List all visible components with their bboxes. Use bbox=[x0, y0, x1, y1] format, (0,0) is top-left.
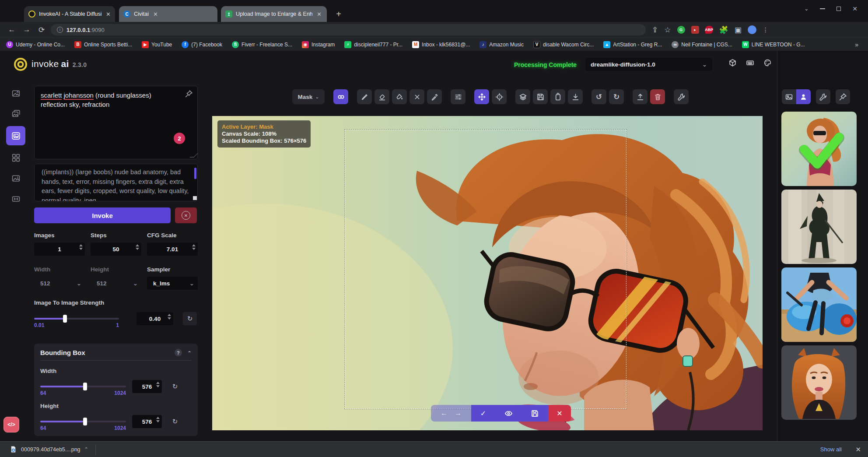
new-tab-button[interactable]: + bbox=[332, 8, 345, 20]
bookmark-amazon-music[interactable]: ♪Amazon Music bbox=[480, 41, 524, 48]
tab-close-icon[interactable]: ✕ bbox=[106, 11, 111, 18]
reset-bbox-height-icon[interactable]: ↻ bbox=[168, 415, 182, 428]
bounding-box-header[interactable]: Bounding Box ? ⌄ bbox=[40, 349, 192, 361]
model-manager-icon[interactable] bbox=[728, 59, 737, 67]
bookmark-artstation[interactable]: ▲ArtStation - Greg R... bbox=[603, 41, 662, 48]
undo-button[interactable]: ↺ bbox=[592, 89, 606, 104]
chevron-up-icon[interactable]: ⌃ bbox=[84, 446, 88, 452]
save-staging-icon[interactable] bbox=[531, 409, 539, 418]
browser-menu-icon[interactable]: ⋮ bbox=[763, 26, 769, 33]
grammarly-extension-icon[interactable]: G bbox=[677, 26, 685, 34]
canvas-stage[interactable]: Active Layer: Mask Canvas Scale: 108% Sc… bbox=[212, 116, 763, 430]
bookmark-udemy[interactable]: UUdemy - Online Co... bbox=[6, 41, 65, 48]
back-icon[interactable]: ← bbox=[4, 25, 19, 34]
hotkeys-icon[interactable] bbox=[746, 59, 754, 67]
clear-canvas-button[interactable] bbox=[650, 89, 665, 104]
stepper-arrows-icon[interactable] bbox=[79, 244, 83, 250]
accept-image-icon[interactable]: ✓ bbox=[480, 409, 486, 418]
tab-search-icon[interactable]: ⌄ bbox=[804, 6, 808, 12]
color-picker-button[interactable] bbox=[427, 89, 442, 104]
download-item[interactable]: 000979.40d74eb5....png ⌃ bbox=[10, 446, 88, 453]
toggle-console-button[interactable]: </> bbox=[4, 417, 19, 432]
show-all-link[interactable]: Show all bbox=[820, 446, 842, 453]
move-tool-button[interactable] bbox=[474, 89, 489, 104]
brush-options-button[interactable] bbox=[451, 89, 466, 104]
strength-input[interactable]: 0.40 bbox=[136, 312, 173, 325]
bookmark-webtoon[interactable]: WLINE WEBTOON - G... bbox=[742, 41, 805, 48]
tab-post-processing[interactable] bbox=[7, 170, 24, 186]
upload-image-button[interactable] bbox=[633, 89, 648, 104]
tab-close-icon[interactable]: ✕ bbox=[153, 11, 158, 18]
bbox-width-slider[interactable]: 64 1024 bbox=[40, 386, 126, 387]
bookmark-facebook[interactable]: f(7) Facebook bbox=[182, 41, 222, 48]
bookmark-discipleneil[interactable]: ⚡discipleneil777 - Pr... bbox=[344, 41, 402, 48]
extensions-puzzle-icon[interactable]: 🧩 bbox=[719, 25, 728, 35]
maximize-icon[interactable] bbox=[836, 7, 841, 11]
reset-view-button[interactable] bbox=[492, 89, 507, 104]
gallery-thumbnail-selected[interactable] bbox=[781, 112, 857, 186]
discard-image-icon[interactable]: ✕ bbox=[556, 409, 562, 418]
gallery-settings-button[interactable] bbox=[816, 89, 830, 104]
address-bar[interactable]: i 127.0.0.1:9090 bbox=[51, 24, 646, 35]
bookmark-youtube[interactable]: ▶YouTube bbox=[142, 41, 172, 48]
bookmark-neil-fontaine[interactable]: ∞Neil Fontaine | CGS... bbox=[672, 41, 732, 48]
model-select[interactable]: dreamlike-diffusion-1.0 ⌄ bbox=[585, 58, 712, 71]
slider-thumb[interactable] bbox=[63, 315, 67, 323]
canvas-settings-button[interactable] bbox=[674, 89, 689, 104]
side-panel-icon[interactable]: ▣ bbox=[735, 25, 742, 35]
browser-tab-upload[interactable]: ↥ Upload Image to Enlarge & Enha ✕ bbox=[221, 6, 327, 22]
bookmark-sports-betting[interactable]: BOnline Sports Betti... bbox=[74, 41, 132, 48]
tab-close-icon[interactable]: ✕ bbox=[317, 11, 322, 18]
strength-slider[interactable]: 0.01 1 bbox=[34, 318, 119, 320]
bbox-height-input[interactable]: 576 bbox=[132, 415, 162, 428]
profile-avatar[interactable] bbox=[748, 25, 756, 34]
reload-icon[interactable]: ⟳ bbox=[34, 25, 49, 35]
bookmark-wacom[interactable]: Vdisable Wacom Circ... bbox=[533, 41, 594, 48]
images-input[interactable]: 1 bbox=[34, 243, 85, 256]
copy-to-clipboard-button[interactable] bbox=[550, 89, 565, 104]
gallery-thumbnail[interactable] bbox=[781, 267, 857, 342]
invoke-button[interactable]: Invoke bbox=[34, 207, 171, 223]
slider-thumb[interactable] bbox=[83, 418, 87, 425]
site-info-icon[interactable]: i bbox=[57, 27, 63, 33]
layer-select[interactable]: Mask ⌄ bbox=[292, 89, 325, 104]
previous-image-icon[interactable]: ← bbox=[441, 409, 448, 417]
reset-bbox-width-icon[interactable]: ↻ bbox=[168, 380, 182, 393]
gallery-images-tab[interactable] bbox=[782, 89, 796, 104]
negative-prompt-input[interactable]: ((implants)) (large boobs) nude bad anat… bbox=[34, 164, 198, 201]
tab-text-to-image[interactable]: A bbox=[7, 85, 24, 102]
bookmark-instagram[interactable]: ◉Instagram bbox=[302, 41, 335, 48]
stepper-arrows-icon[interactable] bbox=[136, 244, 139, 250]
reset-strength-icon[interactable]: ↻ bbox=[183, 312, 197, 325]
stepper-arrows-icon[interactable] bbox=[168, 314, 171, 320]
sampler-select[interactable]: k_lms ⌄ bbox=[147, 277, 198, 290]
share-icon[interactable]: ⇪ bbox=[652, 25, 658, 35]
extension-red-icon[interactable]: ▸ bbox=[691, 26, 699, 34]
help-icon[interactable]: ? bbox=[175, 349, 182, 356]
resize-handle-icon[interactable] bbox=[189, 153, 198, 158]
save-to-gallery-button[interactable] bbox=[533, 89, 548, 104]
stepper-arrows-icon[interactable] bbox=[156, 417, 160, 422]
tab-image-to-image[interactable] bbox=[7, 105, 24, 122]
width-select[interactable]: 512 ⌄ bbox=[34, 277, 85, 290]
cancel-button[interactable]: ✕ bbox=[175, 207, 197, 223]
bookmark-star-icon[interactable]: ☆ bbox=[664, 25, 671, 35]
erase-bounding-box-button[interactable] bbox=[410, 89, 424, 104]
stepper-arrows-icon[interactable] bbox=[192, 244, 196, 250]
merge-layers-button[interactable] bbox=[515, 89, 530, 104]
mask-link-button[interactable] bbox=[333, 89, 348, 104]
resize-handle-icon[interactable] bbox=[193, 196, 197, 200]
browser-tab-invokeai[interactable]: InvokeAI - A Stable Diffusion Too ✕ bbox=[24, 6, 115, 22]
fill-bounding-box-button[interactable] bbox=[392, 89, 407, 104]
eraser-button[interactable] bbox=[374, 89, 389, 104]
tab-nodes[interactable] bbox=[7, 149, 24, 166]
minimize-icon[interactable] bbox=[820, 8, 825, 9]
gallery-thumbnail[interactable] bbox=[781, 190, 857, 264]
tab-unified-canvas[interactable] bbox=[6, 126, 25, 145]
pin-icon[interactable] bbox=[185, 90, 193, 98]
gallery-person-tab[interactable] bbox=[796, 89, 811, 104]
next-image-icon[interactable]: → bbox=[455, 409, 462, 417]
show-hide-icon[interactable] bbox=[504, 409, 513, 418]
slider-thumb[interactable] bbox=[83, 383, 87, 390]
prompt-input[interactable]: scarlett johansson (round sunglasses) re… bbox=[34, 86, 198, 159]
